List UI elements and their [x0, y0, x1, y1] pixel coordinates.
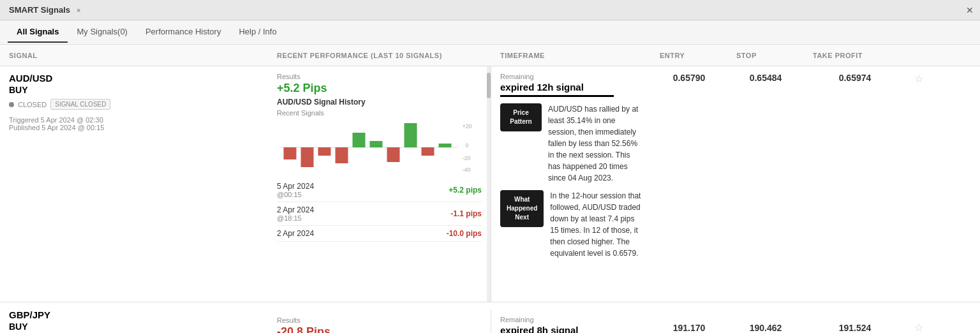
star-icon-gbpjpy[interactable]: ☆ [914, 322, 923, 333]
direction-gbpjpy: BUY [9, 322, 259, 332]
history-item-0: 5 Apr 2024 @00:15 +5.2 pips [277, 179, 482, 202]
tf-label-audusd: Remaining [500, 73, 642, 80]
svg-rect-12 [405, 123, 417, 147]
svg-rect-5 [284, 147, 297, 159]
price-pattern-badge: PricePattern [500, 103, 542, 131]
results-value-gbpjpy: -20.8 Pips [277, 325, 482, 333]
results-label-audusd: Results [277, 73, 482, 80]
col-signal: SIGNAL [0, 52, 268, 59]
tab-bar: SMART Signals × ✕ [0, 0, 980, 20]
tf-value-gbpjpy: expired 8h signal [500, 325, 642, 334]
svg-rect-11 [387, 147, 400, 162]
svg-rect-10 [370, 141, 383, 147]
history-list-audusd: 5 Apr 2024 @00:15 +5.2 pips 2 Apr 2024 @… [277, 179, 482, 242]
scroll-bar-audusd[interactable] [487, 66, 491, 302]
pair-gbpjpy: GBP/JPY [9, 309, 259, 320]
svg-rect-6 [301, 147, 314, 167]
signal-row-audusd: AUD/USD BUY CLOSED SIGNAL CLOSED Trigger… [0, 66, 980, 302]
entry-audusd: 0.65790 [651, 66, 727, 302]
tab-help-info[interactable]: Help / Info [230, 22, 285, 43]
tf-label-gbpjpy: Remaining [500, 316, 642, 323]
col-stop: STOP [727, 52, 804, 59]
svg-text:+20: +20 [463, 123, 472, 130]
col-recent-perf: RECENT PERFORMANCE (LAST 10 SIGNALS) [268, 52, 491, 59]
tab-my-signals[interactable]: My Signals(0) [68, 22, 136, 43]
svg-rect-9 [353, 133, 366, 147]
what-happened-badge: WhatHappenedNext [500, 190, 544, 227]
results-label-gbpjpy: Results [277, 316, 482, 324]
svg-rect-13 [422, 147, 434, 156]
tab-performance-history[interactable]: Performance History [137, 22, 230, 43]
tf-info-cell-audusd: Remaining expired 12h signal PricePatter… [491, 66, 651, 302]
entry-gbpjpy: 191.170 [651, 316, 727, 334]
status-text-audusd: CLOSED [18, 101, 47, 108]
scroll-thumb-audusd[interactable] [487, 73, 491, 98]
signal-info-gbpjpy: GBP/JPY BUY CLOSED SIGNAL CLOSED [0, 303, 268, 334]
direction-audusd: BUY [9, 85, 259, 95]
tp-gbpjpy: 191.524 [804, 316, 906, 334]
col-take-profit: TAKE PROFIT [804, 52, 906, 59]
chart-subtitle-audusd: Recent Signals [277, 109, 482, 117]
chart-title-audusd: AUD/USD Signal History [277, 98, 482, 107]
chart-section-audusd: AUD/USD Signal History Recent Signals +2… [277, 98, 482, 242]
info-panel-price-pattern: PricePattern AUD/USD has rallied by at l… [500, 103, 642, 184]
stop-audusd: 0.65484 [727, 66, 804, 302]
app-close-button[interactable]: ✕ [966, 5, 974, 15]
info-panels-audusd: PricePattern AUD/USD has rallied by at l… [500, 103, 642, 259]
history-item-2: 2 Apr 2024 -10.0 pips [277, 226, 482, 242]
pair-audusd: AUD/USD [9, 73, 259, 84]
tab-close-button[interactable]: × [77, 6, 80, 14]
col-entry: ENTRY [651, 52, 727, 59]
info-panel-what-happened: WhatHappenedNext In the 12-hour session … [500, 190, 642, 259]
chart-svg-audusd: +20 0 -20 -40 [277, 121, 482, 175]
col-timeframe: TIMEFRAME [491, 52, 651, 59]
tf-separator-audusd [500, 95, 614, 97]
tf-value-audusd: expired 12h signal [500, 82, 642, 93]
signal-info-audusd: AUD/USD BUY CLOSED SIGNAL CLOSED Trigger… [0, 66, 268, 302]
triggered-audusd: Triggered 5 Apr 2024 @ 02:30 [9, 116, 259, 124]
star-icon-audusd[interactable]: ☆ [914, 73, 923, 85]
star-gbpjpy[interactable]: ☆ [906, 315, 932, 333]
app-title: SMART Signals [6, 5, 77, 15]
published-audusd: Published 5 Apr 2024 @ 00:15 [9, 124, 259, 131]
svg-rect-7 [318, 147, 331, 156]
price-pattern-text: AUD/USD has rallied by at least 35.14% i… [548, 103, 642, 184]
signal-row-gbpjpy: GBP/JPY BUY CLOSED SIGNAL CLOSED Results… [0, 302, 980, 333]
tf-cell-gbpjpy: Remaining expired 8h signal [491, 309, 651, 334]
what-happened-text: In the 12-hour session that followed, AU… [550, 190, 642, 259]
perf-cell-audusd: Results +5.2 Pips AUD/USD Signal History… [268, 66, 491, 302]
column-headers: SIGNAL RECENT PERFORMANCE (LAST 10 SIGNA… [0, 45, 980, 66]
svg-text:-20: -20 [463, 155, 471, 161]
stop-gbpjpy: 190.462 [727, 316, 804, 334]
perf-cell-gbpjpy: Results -20.8 Pips [268, 310, 491, 333]
tab-all-signals[interactable]: All Signals [8, 22, 68, 43]
app-container: SMART Signals × ✕ All Signals My Signals… [0, 0, 980, 333]
star-audusd[interactable]: ☆ [906, 66, 932, 302]
svg-rect-14 [439, 144, 452, 147]
svg-text:-40: -40 [463, 166, 471, 173]
signal-badge-audusd: SIGNAL CLOSED [50, 99, 110, 110]
history-item-1: 2 Apr 2024 @18:15 -1.1 pips [277, 202, 482, 226]
results-value-audusd: +5.2 Pips [277, 82, 482, 95]
chart-container-audusd: +20 0 -20 -40 [277, 121, 482, 175]
svg-text:0: 0 [466, 142, 469, 149]
tp-audusd: 0.65974 [804, 66, 906, 302]
svg-rect-8 [336, 147, 348, 163]
nav-tabs: All Signals My Signals(0) Performance Hi… [0, 20, 980, 45]
status-dot-audusd [9, 102, 14, 107]
